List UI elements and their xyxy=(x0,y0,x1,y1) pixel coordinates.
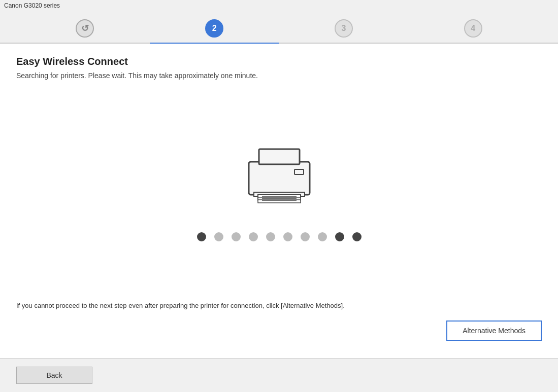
step-3-label: 3 xyxy=(341,24,346,33)
content-area: Easy Wireless Connect Searching for prin… xyxy=(0,44,558,358)
progress-dot-5 xyxy=(266,232,275,241)
step-2: 2 xyxy=(150,19,279,44)
step-4: 4 xyxy=(408,19,538,44)
progress-dot-6 xyxy=(283,232,292,241)
step-2-label: 2 xyxy=(212,24,217,33)
wizard-steps: ↺ 2 3 4 xyxy=(0,11,558,44)
progress-dot-9 xyxy=(335,232,344,241)
alternative-methods-button[interactable]: Alternative Methods xyxy=(446,320,542,341)
back-button[interactable]: Back xyxy=(16,367,92,384)
step-2-circle: 2 xyxy=(205,19,223,38)
title-bar: Canon G3020 series xyxy=(0,0,558,11)
progress-dot-4 xyxy=(249,232,258,241)
info-text: If you cannot proceed to the next step e… xyxy=(16,301,542,311)
alt-methods-row: Alternative Methods xyxy=(16,320,542,341)
progress-dots xyxy=(197,232,362,241)
page-subtitle: Searching for printers. Please wait. Thi… xyxy=(16,72,542,80)
svg-rect-2 xyxy=(294,169,304,174)
app-title: Canon G3020 series xyxy=(4,2,60,9)
step-4-label: 4 xyxy=(471,24,475,33)
step-4-circle: 4 xyxy=(464,19,482,38)
step-3: 3 xyxy=(279,19,409,44)
svg-rect-0 xyxy=(249,162,310,195)
progress-dot-2 xyxy=(214,232,223,241)
progress-dot-3 xyxy=(232,232,241,241)
progress-dot-10 xyxy=(352,232,362,241)
step-3-circle: 3 xyxy=(335,19,353,38)
printer-icon xyxy=(239,139,320,217)
step-1: ↺ xyxy=(20,19,150,44)
footer: Back xyxy=(0,358,558,392)
printer-area xyxy=(16,90,542,301)
main-window: ↺ 2 3 4 Easy Wireless Connect Searching … xyxy=(0,11,558,392)
step-1-circle: ↺ xyxy=(76,19,94,38)
progress-dot-8 xyxy=(318,232,327,241)
svg-rect-1 xyxy=(259,149,300,164)
progress-dot-7 xyxy=(301,232,310,241)
progress-dot-1 xyxy=(197,232,206,241)
page-title: Easy Wireless Connect xyxy=(16,56,542,67)
